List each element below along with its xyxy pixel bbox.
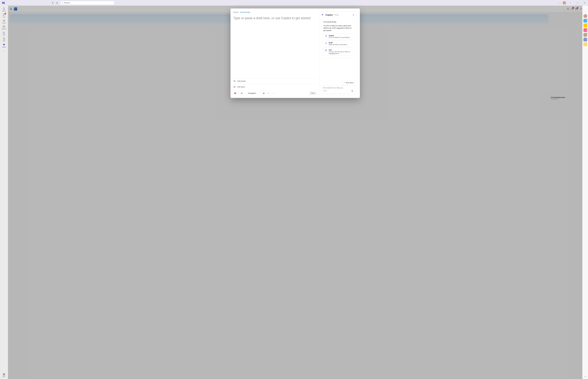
rail-badge: 1: [4, 13, 6, 15]
copilot-close-button[interactable]: ✕: [352, 13, 355, 16]
svg-rect-25: [235, 93, 236, 93]
search-input[interactable]: Search: [60, 1, 114, 5]
compose-column: Post as: Amanda Brady Type or paste a dr…: [233, 11, 317, 95]
pencil-icon: [325, 42, 327, 44]
search-icon: [61, 2, 63, 4]
svg-rect-26: [235, 93, 235, 94]
rail-item-calls[interactable]: Calls: [1, 31, 7, 36]
mini-rail-app-5[interactable]: [583, 38, 587, 41]
nav-back-button[interactable]: ❮: [51, 1, 55, 5]
mini-rail-app-4[interactable]: [583, 33, 587, 37]
add-topics-row[interactable]: Add topics: [233, 84, 317, 90]
svg-line-3: [63, 3, 63, 3]
compose-textarea[interactable]: Type or paste a draft here, or use Copil…: [233, 16, 317, 78]
window-close-button[interactable]: ✕: [582, 1, 587, 5]
post-as-name-link[interactable]: Amanda Brady: [240, 11, 250, 13]
engage-icon: [3, 43, 5, 46]
svg-point-27: [326, 50, 326, 51]
copilot-preview-tag: Preview: [334, 14, 339, 16]
add-topics-label: Add topics: [237, 86, 245, 88]
titlebar-more-button[interactable]: ⋯: [559, 1, 561, 4]
mini-rail-app-1[interactable]: [583, 19, 587, 23]
copilot-input-container: 0/2000: [321, 86, 355, 94]
app-rail: Activity Chat 1 Teams Calendar Calls Fil…: [0, 6, 8, 379]
svg-rect-12: [3, 375, 4, 375]
toolbar-more-button[interactable]: ⋯: [271, 91, 275, 95]
svg-rect-13: [4, 375, 5, 375]
calendar-icon: [3, 25, 5, 28]
suggestion-title: Ask: [329, 49, 352, 51]
mini-rail-avatar[interactable]: [583, 14, 587, 18]
post-type-button[interactable]: [233, 91, 237, 95]
window-minimize-button[interactable]: ―: [568, 1, 573, 5]
rail-label: Activity: [2, 10, 6, 12]
window-maximize-button[interactable]: □: [575, 1, 580, 5]
italic-button[interactable]: I: [267, 91, 270, 95]
mini-rail-app-3[interactable]: [583, 28, 587, 32]
teams-logo-icon: [2, 1, 5, 4]
rail-label: Calls: [3, 34, 5, 36]
rail-item-store[interactable]: Store: [1, 372, 7, 378]
bold-button[interactable]: B: [262, 91, 266, 95]
copilot-suggestion-ask[interactable]: Ask Can you tell me how to write an enga…: [323, 48, 353, 56]
rail-item-activity[interactable]: Activity: [1, 7, 7, 12]
announcement-button[interactable]: [240, 91, 244, 95]
copilot-intro-text: I'm here to help you write a great post.…: [323, 24, 353, 32]
post-type-dropdown-button[interactable]: [237, 91, 239, 95]
svg-point-5: [4, 20, 5, 21]
rail-item-chat[interactable]: Chat 1: [1, 13, 7, 18]
copilot-panel: Copilot Preview ✕ Hi Amanda Brady, I'm h…: [319, 11, 357, 95]
svg-rect-0: [2, 2, 4, 4]
megaphone-icon: [241, 92, 243, 94]
search-placeholder-text: Search: [64, 2, 70, 4]
suggestion-title: Inspire: [329, 35, 351, 36]
post-as-row: Post as: Amanda Brady: [233, 11, 317, 13]
svg-point-4: [3, 20, 4, 21]
rail-item-teams[interactable]: Teams: [1, 19, 7, 24]
topics-icon: [233, 86, 236, 88]
rail-item-files[interactable]: Files: [1, 37, 7, 42]
copilot-header: Copilot Preview ✕: [320, 13, 357, 18]
rail-item-engage[interactable]: Engage: [1, 43, 7, 48]
copilot-title: Copilot: [325, 14, 333, 16]
svg-point-18: [235, 80, 235, 81]
mini-rail-app-6[interactable]: [583, 42, 587, 46]
mini-rail-collapse-button[interactable]: «: [585, 376, 586, 378]
bell-icon: [3, 7, 5, 10]
post-type-icon: [234, 92, 236, 94]
rail-more-button[interactable]: ⋯: [1, 49, 7, 54]
compose-toolbar: Paragraph B I ⋯ Post: [233, 90, 317, 95]
rail-item-calendar[interactable]: Calendar: [1, 25, 7, 30]
copilot-message-card: Hi Amanda Brady, I'm here to help you wr…: [321, 19, 355, 59]
more-ideas-button[interactable]: More ideas: [342, 81, 355, 84]
add-people-row[interactable]: Add people: [233, 78, 317, 84]
nav-forward-button[interactable]: ❯: [55, 1, 59, 5]
copilot-suggestion-draft[interactable]: Draft Help me write a post about...: [323, 41, 353, 47]
send-button[interactable]: [351, 89, 353, 92]
svg-rect-21: [234, 86, 235, 88]
svg-point-1: [4, 2, 5, 2]
user-avatar[interactable]: [563, 1, 566, 4]
chat-question-icon: [325, 49, 327, 51]
style-select-label: Paragraph: [248, 92, 256, 94]
compose-post-modal: Post as: Amanda Brady Type or paste a dr…: [231, 8, 360, 98]
phone-icon: [3, 31, 5, 34]
title-bar: ❮ ❯ Search ⋯ ― □ ✕: [0, 0, 588, 6]
svg-rect-6: [3, 26, 5, 28]
store-icon: [3, 373, 5, 376]
mini-rail-app-2[interactable]: [583, 24, 587, 27]
mini-app-rail: «: [582, 6, 588, 379]
compose-placeholder-text: Type or paste a draft here, or use Copil…: [233, 16, 310, 20]
sparkle-icon: [344, 82, 345, 84]
paragraph-style-select[interactable]: Paragraph: [248, 92, 258, 95]
file-icon: [3, 37, 5, 40]
modal-overlay: Post as: Amanda Brady Type or paste a dr…: [8, 6, 582, 379]
copilot-greeting: Hi Amanda Brady,: [323, 21, 353, 23]
rail-label: Engage: [2, 46, 6, 48]
post-button[interactable]: Post: [309, 91, 317, 95]
copilot-input[interactable]: [323, 87, 353, 89]
copilot-char-count: 0/2000: [323, 90, 327, 92]
copilot-suggestion-inspire[interactable]: Inspire Give me ideas for a post about..…: [323, 33, 353, 40]
svg-point-2: [62, 2, 63, 3]
suggestion-subtitle: Can you tell me how to write an engaging…: [329, 51, 352, 54]
